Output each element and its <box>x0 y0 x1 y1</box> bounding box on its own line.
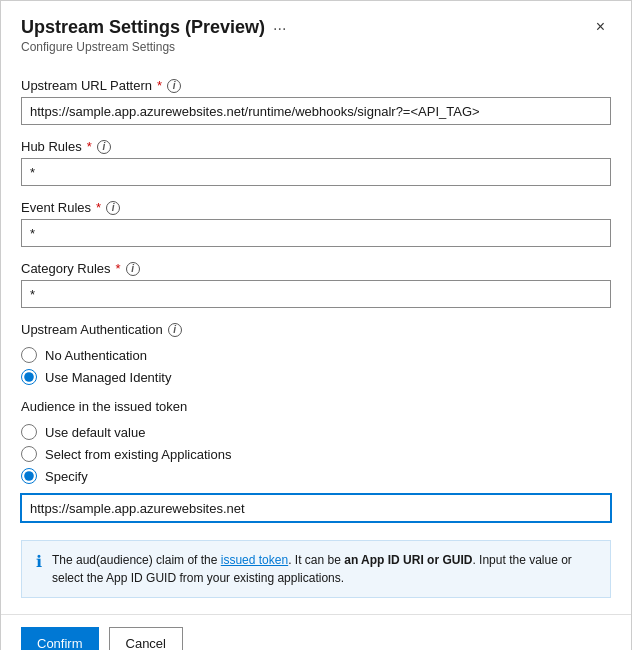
event-rules-label: Event Rules * i <box>21 200 611 215</box>
radio-existing-apps-label: Select from existing Applications <box>45 447 231 462</box>
radio-no-auth-label: No Authentication <box>45 348 147 363</box>
info-banner-text: The aud(audience) claim of the issued to… <box>52 551 596 587</box>
dialog-title-area: Upstream Settings (Preview) ··· Configur… <box>21 17 286 54</box>
upstream-url-label: Upstream URL Pattern * i <box>21 78 611 93</box>
dialog-header: Upstream Settings (Preview) ··· Configur… <box>1 1 631 62</box>
radio-specify-input[interactable] <box>21 468 37 484</box>
cancel-button[interactable]: Cancel <box>109 627 183 650</box>
dialog-title-row: Upstream Settings (Preview) ··· <box>21 17 286 38</box>
dialog-title: Upstream Settings (Preview) <box>21 17 265 38</box>
hub-rules-label: Hub Rules * i <box>21 139 611 154</box>
authentication-info-icon[interactable]: i <box>168 323 182 337</box>
radio-default-value[interactable]: Use default value <box>21 424 611 440</box>
radio-default-value-label: Use default value <box>45 425 145 440</box>
radio-specify[interactable]: Specify <box>21 468 611 484</box>
category-rules-info-icon[interactable]: i <box>126 262 140 276</box>
authentication-radio-group: No Authentication Use Managed Identity <box>21 347 611 385</box>
required-star-category: * <box>116 261 121 276</box>
radio-existing-apps[interactable]: Select from existing Applications <box>21 446 611 462</box>
category-rules-field: Category Rules * i <box>21 261 611 308</box>
required-star-hub: * <box>87 139 92 154</box>
radio-managed-identity-label: Use Managed Identity <box>45 370 171 385</box>
event-rules-input[interactable] <box>21 219 611 247</box>
dialog-ellipsis-icon[interactable]: ··· <box>273 20 286 38</box>
upstream-url-field: Upstream URL Pattern * i <box>21 78 611 125</box>
authentication-label: Upstream Authentication i <box>21 322 611 337</box>
issued-token-link[interactable]: issued token <box>221 553 288 567</box>
info-banner: ℹ The aud(audience) claim of the issued … <box>21 540 611 598</box>
radio-specify-label: Specify <box>45 469 88 484</box>
radio-existing-apps-input[interactable] <box>21 446 37 462</box>
radio-default-value-input[interactable] <box>21 424 37 440</box>
dialog: Upstream Settings (Preview) ··· Configur… <box>0 0 632 650</box>
category-rules-input[interactable] <box>21 280 611 308</box>
upstream-url-input[interactable] <box>21 97 611 125</box>
authentication-section: Upstream Authentication i No Authenticat… <box>21 322 611 385</box>
dialog-body: Upstream URL Pattern * i Hub Rules * i E… <box>1 62 631 614</box>
audience-section: Audience in the issued token Use default… <box>21 399 611 522</box>
dialog-subtitle: Configure Upstream Settings <box>21 40 286 54</box>
required-star-event: * <box>96 200 101 215</box>
audience-radio-group: Use default value Select from existing A… <box>21 424 611 484</box>
hub-rules-input[interactable] <box>21 158 611 186</box>
radio-managed-identity-input[interactable] <box>21 369 37 385</box>
radio-no-auth-input[interactable] <box>21 347 37 363</box>
confirm-button[interactable]: Confirm <box>21 627 99 650</box>
required-star: * <box>157 78 162 93</box>
hub-rules-field: Hub Rules * i <box>21 139 611 186</box>
hub-rules-info-icon[interactable]: i <box>97 140 111 154</box>
info-banner-icon: ℹ <box>36 552 42 571</box>
event-rules-info-icon[interactable]: i <box>106 201 120 215</box>
audience-label: Audience in the issued token <box>21 399 611 414</box>
radio-no-auth[interactable]: No Authentication <box>21 347 611 363</box>
close-button[interactable]: × <box>590 17 611 37</box>
dialog-footer: Confirm Cancel <box>1 614 631 650</box>
event-rules-field: Event Rules * i <box>21 200 611 247</box>
radio-managed-identity[interactable]: Use Managed Identity <box>21 369 611 385</box>
upstream-url-info-icon[interactable]: i <box>167 79 181 93</box>
specify-value-input[interactable] <box>21 494 611 522</box>
category-rules-label: Category Rules * i <box>21 261 611 276</box>
